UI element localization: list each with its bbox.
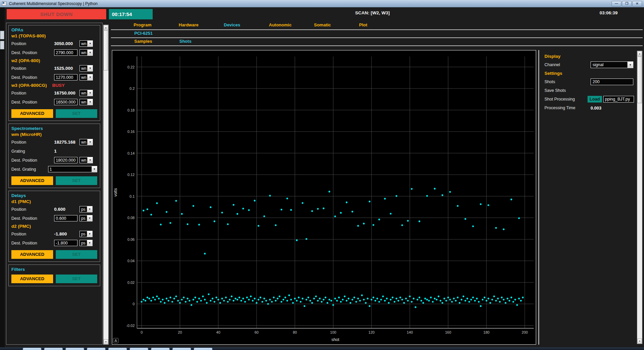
advanced-button[interactable]: ADVANCED — [11, 250, 53, 259]
advanced-button[interactable]: ADVANCED — [11, 275, 53, 283]
svg-text:0.16: 0.16 — [128, 130, 135, 134]
svg-text:0.02: 0.02 — [128, 281, 135, 285]
dest-position-input[interactable] — [54, 240, 77, 246]
dest-position-label: Dest. Position — [11, 158, 54, 163]
chevron-down-icon: ▼ — [87, 215, 92, 221]
taskbar-button[interactable] — [65, 348, 84, 350]
scrollbar-thumb[interactable] — [637, 56, 642, 103]
units-dropdown[interactable]: ps▼ — [79, 240, 93, 246]
units-dropdown[interactable]: ps▼ — [79, 206, 93, 212]
shut-down-button[interactable]: SHUT DOWN — [7, 9, 106, 19]
units-dropdown[interactable]: ps▼ — [79, 215, 93, 221]
set-button[interactable]: SET — [56, 109, 98, 118]
chevron-down-icon: ▼ — [87, 231, 92, 237]
position-value: -1.800 — [54, 231, 77, 236]
units-value: ps — [80, 206, 87, 212]
menu-item-program[interactable]: Program — [134, 22, 179, 27]
taskbar-button[interactable] — [151, 348, 170, 350]
auto-range-button[interactable]: A — [113, 338, 119, 343]
advanced-button[interactable]: ADVANCED — [11, 176, 53, 185]
tab-samples[interactable]: Samples — [134, 39, 179, 44]
dest-position-input[interactable] — [54, 215, 77, 221]
svg-text:80: 80 — [293, 330, 297, 334]
motor-name-text: w3 (OPA-800CG) — [11, 83, 47, 88]
tab-shots[interactable]: Shots — [179, 39, 224, 44]
chevron-down-icon: ▼ — [87, 206, 92, 212]
shots-input[interactable] — [591, 78, 633, 85]
spectrometers-section: Spectrometers wm (MicroHR) Position 1827… — [8, 124, 100, 188]
separator-line — [111, 29, 643, 30]
channel-dropdown[interactable]: signal▼ — [591, 61, 633, 68]
svg-text:100: 100 — [330, 330, 336, 334]
chevron-down-icon: ▼ — [92, 166, 97, 172]
set-button[interactable]: SET — [56, 176, 98, 185]
menu-item-devices[interactable]: Devices — [224, 22, 269, 27]
units-dropdown[interactable]: ps▼ — [79, 231, 93, 237]
tab-pci-6251[interactable]: PCI-6251 — [134, 31, 153, 36]
scrollbar-thumb[interactable] — [104, 30, 108, 70]
scroll-down-icon[interactable]: ▼ — [637, 339, 642, 344]
units-dropdown[interactable]: wn▼ — [79, 90, 93, 96]
shots-plot[interactable]: 020406080100120140160180200-0.0200.020.0… — [112, 50, 536, 345]
set-button[interactable]: SET — [56, 275, 98, 283]
windows-taskbar[interactable] — [0, 347, 644, 350]
restore-button[interactable]: ❐ — [622, 1, 632, 6]
taskbar-button[interactable] — [194, 348, 212, 350]
dest-position-label: Dest. Position — [11, 100, 54, 105]
units-dropdown[interactable]: wn▼ — [79, 74, 93, 80]
position-label: Position — [11, 41, 54, 46]
scroll-down-icon[interactable]: ▼ — [104, 339, 108, 344]
dest-position-input[interactable] — [54, 157, 77, 163]
menu-item-autonomic[interactable]: Autonomic — [269, 22, 314, 27]
background-window-sliver — [0, 41, 4, 49]
dest-position-input[interactable] — [54, 99, 77, 105]
svg-text:volts: volts — [113, 188, 118, 197]
motor-name-d1: d1 (PMC) — [11, 199, 97, 204]
right-panel-scrollbar[interactable]: ▲ ▼ — [637, 51, 642, 344]
window-title: Coherent Multidimensional Spectroscopy |… — [9, 1, 98, 6]
channel-label: Channel — [544, 62, 591, 67]
menu-item-hardware[interactable]: Hardware — [179, 22, 224, 27]
minimize-button[interactable]: — — [612, 1, 621, 6]
load-button[interactable]: Load — [588, 96, 602, 103]
svg-text:0.1: 0.1 — [130, 194, 135, 198]
taskbar-button[interactable] — [130, 348, 148, 350]
separator-line — [111, 45, 643, 46]
svg-text:0.12: 0.12 — [128, 173, 135, 177]
svg-text:60: 60 — [255, 330, 259, 334]
menu-item-somatic[interactable]: Somatic — [314, 22, 359, 27]
chevron-down-icon: ▼ — [87, 90, 93, 96]
scroll-up-icon[interactable]: ▲ — [637, 51, 642, 56]
units-value: wn — [80, 74, 87, 80]
units-dropdown[interactable]: wn▼ — [79, 49, 93, 56]
taskbar-button[interactable] — [44, 348, 63, 350]
left-panel-scrollbar[interactable]: ▲ ▼ — [103, 25, 109, 345]
dest-position-label: Dest. Position — [11, 241, 54, 245]
taskbar-button[interactable] — [23, 348, 41, 350]
units-dropdown[interactable]: wn▼ — [79, 40, 93, 47]
units-dropdown[interactable]: wn▼ — [79, 65, 93, 71]
close-button[interactable]: ✕ — [632, 1, 642, 6]
filters-section: Filters ADVANCED SET — [8, 265, 100, 286]
processing-file-input[interactable] — [603, 96, 634, 103]
taskbar-button[interactable] — [172, 348, 191, 350]
dest-grating-label: Dest. Grating — [11, 167, 48, 172]
menu-item-plot[interactable]: Plot — [359, 22, 404, 27]
motor-name-w2: w2 (OPA-800) — [11, 58, 97, 63]
units-dropdown[interactable]: wn▼ — [79, 99, 93, 105]
units-dropdown[interactable]: wn▼ — [79, 157, 93, 163]
units-dropdown[interactable]: wn▼ — [79, 139, 93, 145]
taskbar-button[interactable] — [87, 348, 106, 350]
taskbar-button[interactable] — [108, 348, 127, 350]
section-title: Spectrometers — [11, 126, 97, 131]
chevron-down-icon: ▼ — [87, 139, 93, 145]
dest-position-input[interactable] — [54, 49, 77, 56]
set-button[interactable]: SET — [56, 250, 98, 259]
dest-position-label: Dest. Position — [11, 216, 54, 221]
dest-grating-dropdown[interactable]: 1▼ — [48, 166, 97, 172]
dest-position-input[interactable] — [54, 74, 77, 80]
scroll-up-icon[interactable]: ▲ — [104, 25, 108, 30]
advanced-button[interactable]: ADVANCED — [11, 109, 53, 118]
svg-text:0.2: 0.2 — [130, 86, 135, 91]
svg-text:160: 160 — [445, 330, 451, 334]
